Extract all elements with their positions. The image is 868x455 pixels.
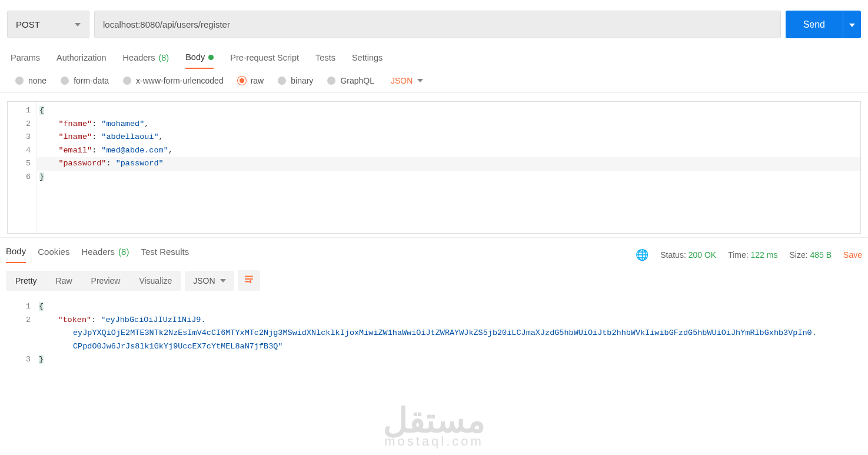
view-raw-button[interactable]: Raw	[46, 271, 82, 291]
body-format-select[interactable]: JSON	[391, 76, 423, 85]
time-label: Time:	[728, 250, 748, 260]
response-format-select[interactable]: JSON	[185, 271, 234, 291]
request-body-editor[interactable]: 1 2 3 4 5 6 { "fname": "mohamed", "lname…	[7, 101, 861, 234]
response-tab-cookies[interactable]: Cookies	[38, 246, 69, 263]
tab-headers[interactable]: Headers (8)	[123, 52, 169, 69]
code-line: "token": "eyJhbGciOiJIUzI1NiJ9. eyJpYXQi…	[36, 314, 861, 354]
line-number: 6	[8, 171, 31, 184]
line-number: 1	[7, 300, 31, 314]
save-response-button[interactable]: Save	[843, 250, 862, 260]
chevron-down-icon	[417, 79, 423, 82]
code-line: {	[36, 300, 861, 314]
tab-settings[interactable]: Settings	[352, 52, 383, 69]
size-value: 485 B	[810, 250, 832, 260]
response-tab-testresults[interactable]: Test Results	[141, 246, 189, 263]
code-line: }	[37, 171, 860, 184]
watermark: مستقل mostaql.com	[383, 403, 485, 449]
url-input[interactable]	[94, 11, 781, 38]
body-type-graphql-label: GraphQL	[340, 76, 374, 85]
body-type-selector: none form-data x-www-form-urlencoded raw…	[0, 69, 868, 93]
body-type-binary-label: binary	[291, 76, 313, 85]
response-view-group: Pretty Raw Preview Visualize	[6, 271, 181, 291]
body-format-label: JSON	[391, 76, 413, 85]
code-line: "password": "password"	[37, 157, 860, 171]
watermark-arabic: مستقل	[383, 403, 485, 437]
tab-tests[interactable]: Tests	[315, 52, 335, 69]
radio-checked-icon	[238, 77, 246, 85]
body-type-none-label: none	[28, 76, 46, 85]
body-type-graphql[interactable]: GraphQL	[327, 76, 374, 85]
response-code-area: { "token": "eyJhbGciOiJIUzI1NiJ9. eyJpYX…	[36, 298, 861, 367]
wrap-lines-button[interactable]	[238, 270, 260, 291]
line-number: 5	[8, 157, 31, 171]
tab-authorization[interactable]: Authorization	[56, 52, 107, 69]
radio-icon	[61, 77, 69, 85]
response-tab-body[interactable]: Body	[6, 246, 26, 263]
line-number: 2	[8, 118, 31, 131]
body-type-none[interactable]: none	[15, 76, 46, 85]
view-pretty-button[interactable]: Pretty	[6, 271, 46, 291]
response-gutter: 1 2 3	[7, 298, 36, 367]
send-options-button[interactable]	[843, 11, 861, 38]
http-method-select[interactable]: POST	[7, 11, 89, 38]
code-line: "email": "med@abde.com",	[37, 144, 860, 158]
request-tabs: Params Authorization Headers (8) Body Pr…	[0, 44, 868, 69]
code-line: "lname": "abdellaoui",	[37, 131, 860, 144]
radio-icon	[123, 77, 131, 85]
response-format-label: JSON	[193, 276, 215, 285]
line-number: 2	[7, 314, 31, 327]
tab-prerequest[interactable]: Pre-request Script	[230, 52, 299, 69]
line-number: 3	[7, 353, 31, 367]
body-type-formdata[interactable]: form-data	[61, 76, 109, 85]
line-number: 4	[8, 144, 31, 158]
chevron-down-icon	[75, 23, 81, 26]
response-body-viewer[interactable]: 1 2 3 { "token": "eyJhbGciOiJIUzI1NiJ9. …	[7, 298, 861, 367]
tab-body-label: Body	[185, 52, 205, 62]
tab-headers-label: Headers	[123, 53, 155, 62]
response-tabs: Body Cookies Headers (8) Test Results	[6, 246, 189, 263]
chevron-down-icon	[849, 24, 855, 27]
send-button[interactable]: Send	[786, 11, 843, 38]
response-toolbar: Pretty Raw Preview Visualize JSON	[0, 263, 868, 298]
view-visualize-button[interactable]: Visualize	[129, 271, 181, 291]
body-type-urlencoded-label: x-www-form-urlencoded	[136, 76, 224, 85]
tab-body[interactable]: Body	[185, 52, 214, 69]
editor-gutter: 1 2 3 4 5 6	[8, 102, 37, 233]
response-tab-headers-label: Headers	[81, 247, 115, 257]
response-tab-headers[interactable]: Headers (8)	[81, 246, 129, 263]
status-value: 200 OK	[689, 250, 716, 260]
radio-icon	[15, 77, 24, 85]
body-type-urlencoded[interactable]: x-www-form-urlencoded	[123, 76, 224, 85]
http-method-label: POST	[16, 19, 40, 29]
body-type-binary[interactable]: binary	[278, 76, 313, 85]
radio-icon	[278, 77, 286, 85]
time-value: 122 ms	[751, 250, 778, 260]
editor-code-area[interactable]: { "fname": "mohamed", "lname": "abdellao…	[37, 102, 860, 233]
code-line: {	[37, 104, 860, 118]
watermark-english: mostaql.com	[383, 434, 485, 449]
body-indicator-icon	[208, 55, 214, 60]
chevron-down-icon	[220, 279, 226, 283]
line-number: 3	[8, 131, 31, 144]
line-number: 1	[8, 104, 31, 118]
response-headers-count: (8)	[118, 247, 129, 257]
view-preview-button[interactable]: Preview	[82, 271, 130, 291]
status-label: Status:	[660, 250, 686, 260]
body-type-raw[interactable]: raw	[238, 76, 264, 85]
size-label: Size:	[789, 250, 807, 260]
radio-icon	[327, 77, 335, 85]
code-line: "fname": "mohamed",	[37, 118, 860, 131]
headers-count: (8)	[158, 53, 169, 62]
body-type-formdata-label: form-data	[74, 76, 109, 85]
tab-params[interactable]: Params	[11, 52, 40, 69]
body-type-raw-label: raw	[251, 76, 264, 85]
wrap-icon	[244, 274, 254, 284]
code-line: }	[36, 353, 861, 367]
response-meta: 🌐 Status: 200 OK Time: 122 ms Size: 485 …	[636, 248, 862, 261]
globe-icon[interactable]: 🌐	[636, 248, 648, 261]
